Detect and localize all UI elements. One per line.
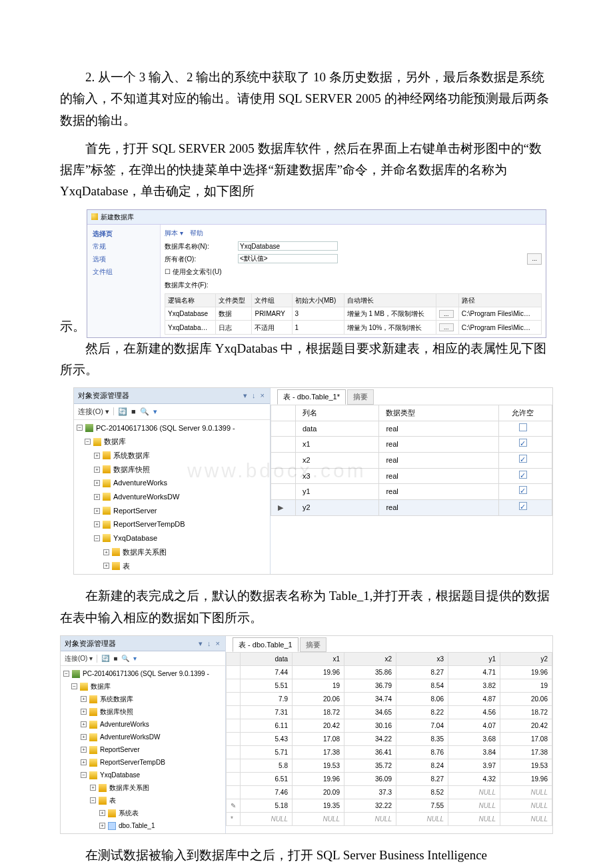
yxq-node[interactable]: YxqDatabase — [113, 532, 157, 545]
rstmp-node[interactable]: ReportServerTempDB — [113, 518, 185, 531]
object-explorer-data: 对象资源管理器 ▾ ↓ × 连接(O) ▾ 🔄 ■ 🔍 ▾ −PC-201406… — [60, 635, 553, 835]
paragraph-3: 然后，在新建的数据库 YxqDatabas 中，根据题目要求新建表，相应的表属性… — [60, 338, 553, 381]
diagram-node[interactable]: 数据库关系图 — [123, 546, 167, 559]
db-file-row[interactable]: YxqDatabase数据PRIMARY 3增量为 1 MB，不限制增长 ...… — [165, 307, 542, 321]
snap-node[interactable]: 数据库快照 — [113, 463, 150, 476]
funnel-icon[interactable]: ▾ — [153, 405, 157, 418]
owner-browse-button[interactable]: ... — [527, 253, 542, 265]
autogrow-button[interactable]: ... — [439, 323, 454, 331]
expand-icon[interactable]: − — [77, 425, 83, 431]
db-files-header: 逻辑名称 文件类型 文件组 初始大小(MB) 自动增长 路径 — [165, 294, 542, 307]
server-icon — [85, 424, 93, 432]
tab-summary[interactable]: 摘要 — [347, 389, 374, 405]
allow-null-checkbox[interactable] — [519, 439, 527, 447]
left-node-filegroups[interactable]: 文件组 — [87, 265, 160, 278]
table-row[interactable]: 6.5119.9636.098.274.3219.96 — [227, 773, 552, 786]
filter-icon[interactable]: 🔍 — [140, 405, 149, 418]
tree-view: −PC-201406171306 (SQL Server 9.0.1399 - … — [61, 666, 225, 833]
oe-title: 对象资源管理器 — [78, 389, 129, 402]
table-icon — [108, 822, 116, 830]
allow-null-checkbox[interactable] — [519, 486, 527, 494]
filter-icon[interactable]: 🔍 — [121, 653, 129, 664]
stop-icon[interactable]: ■ — [131, 405, 136, 418]
db-files-label: 数据库文件(F): — [165, 279, 542, 291]
dialog-help[interactable]: 帮助 — [190, 227, 203, 239]
oe-pin-close-icons[interactable]: ▾ ↓ × — [243, 389, 266, 402]
folder-icon — [112, 562, 120, 570]
dialog-title: 新建数据库 — [101, 211, 134, 223]
dialog-script-dd[interactable]: 脚本 ▾ — [165, 227, 183, 239]
data-grid[interactable]: datax1x2 x3y1y2 7.4419.9635.868.274.7119… — [226, 652, 552, 826]
table-row[interactable]: 5.819.5335.728.243.9719.53 — [227, 759, 552, 773]
new-database-dialog: 新建数据库 选择页 常规 选项 文件组 脚本 ▾ 帮助 数据库名称(N): 所有… — [87, 209, 546, 338]
tree-view: −PC-201406171306 (SQL Server 9.0.1399 - … — [74, 420, 270, 575]
col-row[interactable]: datareal — [271, 421, 552, 437]
db-icon — [103, 521, 111, 529]
autogrow-button[interactable]: ... — [439, 310, 454, 318]
data-grid-header: datax1x2 x3y1y2 — [227, 653, 552, 666]
tab-table[interactable]: 表 - dbo.Table_1 — [233, 637, 299, 653]
paragraph-5: 在测试数据被输入到数据库中之后，打开 SQL Server Business I… — [60, 845, 553, 868]
sysdb-node[interactable]: 系统数据库 — [113, 449, 150, 462]
server-icon — [72, 670, 80, 678]
folder-icon — [103, 465, 111, 473]
folder-icon — [99, 784, 107, 792]
left-node-options[interactable]: 选项 — [87, 253, 160, 265]
table-node[interactable]: dbo.Table_1 — [119, 820, 155, 831]
refresh-icon[interactable]: 🔄 — [101, 653, 109, 664]
refresh-icon[interactable]: 🔄 — [118, 405, 127, 418]
table-row[interactable]: 7.4620.0937.38.52NULLNULL — [227, 786, 552, 799]
connect-dropdown[interactable]: 连接(O) ▾ — [65, 653, 93, 664]
left-head: 选择页 — [87, 227, 160, 240]
allow-null-checkbox[interactable] — [519, 471, 527, 479]
stop-icon[interactable]: ■ — [113, 653, 117, 664]
folder-icon — [80, 683, 88, 691]
server-node[interactable]: PC-201406171306 (SQL Server 9.0.1399 - — [83, 668, 209, 679]
col-row[interactable]: ▶y2real — [271, 500, 552, 516]
paragraph-2b: 示。 — [60, 316, 85, 337]
db-file-row[interactable]: YxqDataba…日志不适用 1增量为 10%，不限制增长 ... C:\Pr… — [165, 321, 542, 334]
table-row[interactable]: 7.920.0634.748.064.8720.06 — [227, 693, 552, 706]
db-node[interactable]: 数据库 — [104, 435, 126, 448]
dialog-titlebar: 新建数据库 — [87, 210, 546, 225]
server-node[interactable]: PC-201406171306 (SQL Server 9.0.1399 - — [96, 422, 235, 435]
table-row[interactable]: 7.3118.7234.658.224.5618.72 — [227, 706, 552, 719]
connect-dropdown[interactable]: 连接(O) ▾ — [78, 405, 109, 418]
folder-icon — [99, 797, 107, 805]
db-owner-input[interactable] — [238, 254, 338, 263]
tab-table[interactable]: 表 - dbo.Table_1* — [277, 389, 346, 405]
aw-node[interactable]: AdventureWorks — [113, 477, 167, 489]
folder-icon — [89, 695, 97, 703]
db-icon — [89, 721, 97, 729]
table-row[interactable]: 5.4317.0834.228.353.6817.08 — [227, 733, 552, 746]
rs-node[interactable]: ReportServer — [113, 505, 157, 517]
table-row[interactable]: 7.4419.9635.868.274.7119.96 — [227, 666, 552, 679]
db-icon — [89, 733, 97, 741]
object-explorer-designer: www.bdocx.com 对象资源管理器 ▾ ↓ × 连接(O) ▾ 🔄 ■ … — [73, 387, 553, 575]
paragraph-4: 在新建的表完成之后，默认的数据表名称为 Table_1,并打开表，根据题目提供的… — [60, 585, 553, 629]
allow-null-checkbox[interactable] — [519, 502, 527, 510]
left-node-general[interactable]: 常规 — [87, 240, 160, 253]
table-row[interactable]: ✎5.1819.3532.227.55NULLNULL — [227, 799, 552, 813]
watermark: www.bdocx.com — [187, 453, 366, 487]
db-name-input[interactable] — [238, 241, 338, 251]
table-row[interactable]: 5.511936.798.543.8219 — [227, 679, 552, 693]
fulltext-checkbox[interactable]: ☐ 使用全文索引(U) — [165, 266, 222, 277]
paragraph-1: 2. 从一个 3 输入、2 输出的系统中获取了 10 条历史数据，另外，最后条数… — [60, 67, 553, 131]
oe-pin-close-icons[interactable]: ▾ ↓ × — [199, 637, 221, 650]
db-icon — [89, 771, 97, 779]
funnel-icon[interactable]: ▾ — [133, 653, 137, 664]
tables-node[interactable]: 表 — [123, 560, 130, 573]
db-icon — [91, 213, 98, 220]
allow-null-checkbox[interactable] — [519, 455, 527, 463]
table-row[interactable]: 6.1120.4230.167.044.0720.42 — [227, 719, 552, 733]
db-owner-label: 所有者(O): — [165, 253, 238, 265]
db-icon — [103, 479, 111, 487]
awdw-node[interactable]: AdventureWorksDW — [113, 491, 179, 503]
tab-summary[interactable]: 摘要 — [300, 637, 326, 653]
col-row[interactable]: x1real — [271, 437, 552, 453]
oe-title: 对象资源管理器 — [65, 637, 116, 650]
table-row[interactable]: *NULLNULLNULLNULLNULLNULL — [227, 813, 552, 826]
table-row[interactable]: 5.7117.3836.418.763.8417.38 — [227, 746, 552, 759]
allow-null-checkbox[interactable] — [519, 423, 527, 431]
